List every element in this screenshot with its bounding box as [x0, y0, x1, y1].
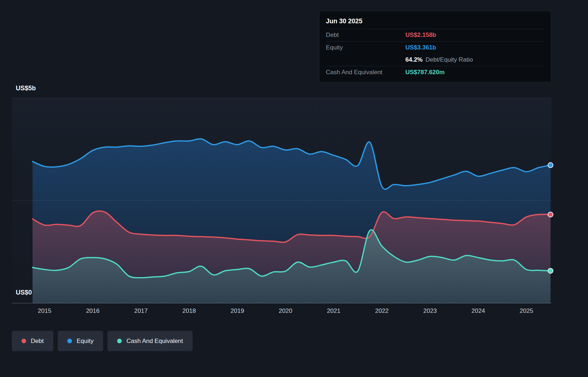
tooltip-row-cash: Cash And EquivalentUS$787.620m — [326, 66, 544, 78]
tooltip-row-value: US$2.158b — [405, 32, 436, 39]
legend-label: Cash And Equivalent — [126, 338, 183, 345]
tooltip-row-equity: EquityUS$3.361b — [326, 42, 544, 54]
x-tick-2024: 2024 — [472, 307, 485, 315]
legend-item-debt[interactable]: Debt — [12, 331, 53, 351]
y-axis-label-bottom: US$0 — [16, 289, 32, 296]
tooltip-date: Jun 30 2025 — [326, 15, 544, 29]
x-tick-2018: 2018 — [182, 307, 196, 315]
x-tick-2020: 2020 — [279, 307, 292, 315]
tooltip-row-value: US$3.361b — [405, 44, 436, 51]
tooltip-row-suffix: Debt/Equity Ratio — [425, 56, 473, 63]
legend-dot-cash — [117, 339, 122, 343]
cash-end-marker — [548, 268, 553, 273]
debt-equity-history-chart: Jun 30 2025 DebtUS$2.158bEquityUS$3.361b… — [0, 0, 588, 377]
tooltip-row-value: US$787.620m — [405, 69, 445, 76]
tooltip-row-debt: DebtUS$2.158b — [326, 29, 544, 42]
tooltip-row-label: Equity — [326, 44, 405, 51]
y-axis-label-top: US$5b — [16, 85, 36, 92]
tooltip-row-value: 64.2% — [405, 56, 423, 63]
equity-end-marker — [548, 163, 553, 168]
x-axis: 2015201620172018201920202021202220232024… — [0, 307, 588, 318]
x-tick-2017: 2017 — [134, 307, 148, 315]
x-tick-2019: 2019 — [231, 307, 244, 315]
x-tick-2015: 2015 — [38, 307, 52, 315]
tooltip-row-label: Debt — [326, 32, 405, 39]
tooltip-row-label: Cash And Equivalent — [326, 69, 405, 76]
legend-label: Equity — [77, 338, 93, 345]
legend-dot-equity — [67, 339, 72, 343]
x-tick-2021: 2021 — [327, 307, 341, 315]
legend-item-cash[interactable]: Cash And Equivalent — [107, 331, 193, 351]
x-tick-2016: 2016 — [86, 307, 100, 315]
legend-label: Debt — [31, 338, 44, 345]
x-tick-2022: 2022 — [375, 307, 389, 315]
legend-item-equity[interactable]: Equity — [58, 331, 103, 351]
tooltip-rows: DebtUS$2.158bEquityUS$3.361b64.2%Debt/Eq… — [326, 29, 544, 78]
debt-end-marker — [548, 212, 553, 217]
legend-dot-debt — [21, 339, 26, 343]
legend: DebtEquityCash And Equivalent — [12, 331, 193, 351]
x-tick-2023: 2023 — [423, 307, 437, 315]
tooltip-row-ratio: 64.2%Debt/Equity Ratio — [326, 54, 544, 66]
chart-tooltip: Jun 30 2025 DebtUS$2.158bEquityUS$3.361b… — [319, 11, 551, 82]
x-tick-2025: 2025 — [520, 307, 533, 315]
